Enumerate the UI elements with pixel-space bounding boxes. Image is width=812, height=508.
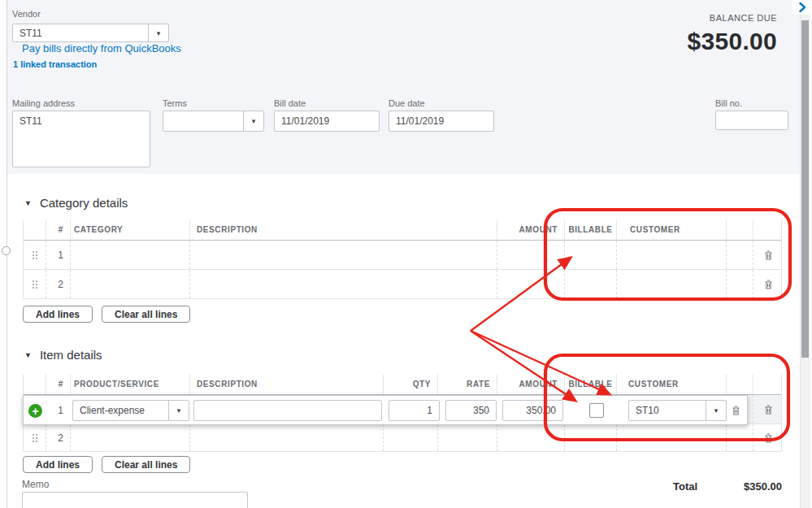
category-row-2[interactable]: 2: [24, 270, 781, 299]
item-details-title: Item details: [40, 348, 102, 362]
description-cell[interactable]: [189, 241, 497, 269]
item-add-lines-button[interactable]: Add lines: [23, 456, 93, 473]
dropdown-arrow-icon[interactable]: ▾: [706, 401, 726, 420]
amount-cell[interactable]: [497, 241, 564, 269]
trash-icon: [762, 249, 775, 262]
delete-row-button[interactable]: [762, 278, 775, 291]
total-label: Total: [673, 480, 697, 493]
category-cell[interactable]: [70, 270, 189, 298]
terms-label: Terms: [163, 98, 187, 108]
col-qty: QTY: [413, 380, 431, 389]
bill-date-label: Bill date: [274, 98, 306, 108]
billable-cell[interactable]: [564, 241, 616, 269]
drag-handle-icon[interactable]: [30, 432, 40, 444]
customer-cell[interactable]: [616, 270, 726, 298]
customer-cell[interactable]: [616, 424, 726, 451]
trash-icon: [762, 432, 775, 445]
product-service-select[interactable]: Client-expense ▾: [72, 400, 189, 421]
due-date-label: Due date: [389, 98, 425, 108]
vendor-label: Vendor: [12, 9, 41, 19]
bill-no-label: Bill no.: [715, 98, 742, 108]
category-table-header: # CATEGORY DESCRIPTION AMOUNT BILLABLE C…: [24, 219, 781, 241]
item-clear-all-button[interactable]: Clear all lines: [102, 456, 190, 473]
col-billable: BILLABLE: [568, 380, 612, 389]
item-row-1-active[interactable]: + 1 Client-expense ▾ ST10 ▾: [23, 395, 748, 425]
col-rate: RATE: [467, 380, 490, 389]
col-category: CATEGORY: [74, 225, 123, 234]
delete-row-button[interactable]: [762, 432, 775, 445]
delete-row-button[interactable]: [730, 404, 742, 417]
panel-resize-handle[interactable]: [2, 246, 11, 255]
collapse-panel-button[interactable]: [792, 0, 812, 15]
drag-handle-icon[interactable]: [30, 250, 40, 261]
linked-transaction-link[interactable]: 1 linked transaction: [13, 59, 97, 69]
category-row-1[interactable]: 1: [24, 241, 781, 270]
col-product: PRODUCT/SERVICE: [74, 380, 159, 389]
trash-icon: [762, 278, 775, 291]
drag-handle-icon[interactable]: [30, 279, 40, 290]
category-details-title: Category details: [40, 196, 128, 210]
billable-cell[interactable]: [564, 270, 616, 298]
memo-field[interactable]: [22, 492, 248, 508]
row-number: 1: [46, 405, 70, 416]
bill-form-page: Vendor ST11 ▾ Pay bills directly from Qu…: [0, 0, 812, 508]
trash-icon: [730, 404, 742, 417]
due-date-field[interactable]: [389, 111, 494, 132]
category-add-lines-button[interactable]: Add lines: [23, 306, 93, 323]
collapse-triangle-icon[interactable]: ▼: [24, 199, 32, 207]
col-amount: AMOUNT: [519, 225, 558, 234]
qty-cell[interactable]: [383, 424, 437, 451]
mailing-address-field[interactable]: ST11: [12, 111, 150, 167]
collapse-triangle-icon[interactable]: ▼: [24, 351, 32, 359]
bill-date-field[interactable]: [274, 111, 380, 132]
scrollbar-thumb[interactable]: [801, 20, 809, 358]
amount-cell[interactable]: [497, 424, 564, 451]
category-details-header[interactable]: ▼ Category details: [24, 196, 128, 210]
customer-value: ST10: [629, 401, 706, 420]
description-cell[interactable]: [189, 424, 383, 451]
col-amount: AMOUNT: [519, 380, 558, 389]
mailing-address-label: Mailing address: [12, 98, 75, 108]
pay-bills-link[interactable]: Pay bills directly from QuickBooks: [22, 42, 181, 54]
item-table-header: # PRODUCT/SERVICE DESCRIPTION QTY RATE A…: [24, 374, 781, 395]
category-cell[interactable]: [70, 241, 189, 269]
chevron-right-icon: [799, 2, 806, 12]
rate-cell[interactable]: [437, 424, 497, 451]
amount-field[interactable]: [502, 400, 563, 421]
customer-cell[interactable]: [616, 241, 726, 269]
category-clear-all-button[interactable]: Clear all lines: [102, 306, 190, 323]
description-cell[interactable]: [189, 270, 497, 298]
customer-select[interactable]: ST10 ▾: [628, 400, 727, 421]
memo-label: Memo: [22, 479, 49, 490]
col-description: DESCRIPTION: [197, 380, 258, 389]
row-number: 2: [58, 432, 63, 444]
col-num: #: [59, 380, 63, 389]
bill-no-field[interactable]: [715, 111, 788, 130]
delete-row-button[interactable]: [762, 249, 775, 262]
add-row-icon[interactable]: +: [28, 404, 42, 418]
item-row-2[interactable]: 2: [24, 424, 781, 452]
total-value: $350.00: [744, 480, 782, 493]
category-table: # CATEGORY DESCRIPTION AMOUNT BILLABLE C…: [23, 219, 782, 299]
terms-select[interactable]: ▾: [163, 111, 264, 132]
terms-value: [163, 111, 243, 131]
rate-field[interactable]: [445, 400, 497, 421]
dropdown-arrow-icon[interactable]: ▾: [243, 111, 263, 131]
item-details-header[interactable]: ▼ Item details: [24, 348, 102, 362]
billable-cell[interactable]: [564, 424, 616, 451]
trash-icon: [762, 403, 775, 416]
description-field[interactable]: [193, 400, 382, 421]
dropdown-arrow-icon[interactable]: ▾: [168, 401, 189, 420]
row-number: 1: [58, 250, 63, 261]
product-cell[interactable]: [70, 424, 189, 451]
balance-due-label: BALANCE DUE: [710, 13, 777, 23]
qty-field[interactable]: [389, 400, 440, 421]
col-description: DESCRIPTION: [197, 225, 258, 234]
row-number: 2: [58, 279, 63, 290]
dropdown-arrow-icon[interactable]: ▾: [148, 24, 168, 41]
amount-cell[interactable]: [497, 270, 564, 298]
vendor-select[interactable]: ST11 ▾: [12, 24, 169, 42]
billable-checkbox[interactable]: [589, 403, 604, 418]
delete-row-button[interactable]: [762, 403, 775, 416]
col-customer: CUSTOMER: [630, 225, 680, 234]
